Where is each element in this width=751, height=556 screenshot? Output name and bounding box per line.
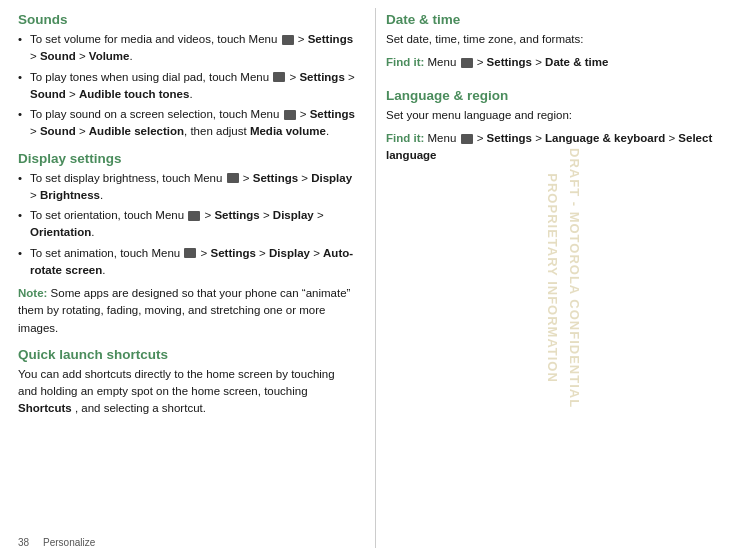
language-find-label: Find it: <box>386 132 424 144</box>
left-column: Sounds To set volume for media and video… <box>0 0 375 556</box>
footer-number: 38 <box>18 537 29 548</box>
date-body: Set date, time, time zone, and formats: <box>386 31 734 48</box>
quick-body: You can add shortcuts directly to the ho… <box>18 366 357 418</box>
sounds-heading: Sounds <box>18 12 357 27</box>
note-label: Note: <box>18 287 47 299</box>
sounds-list: To set volume for media and videos, touc… <box>18 31 357 141</box>
language-find-text: Menu > Settings > Language & keyboard > … <box>386 132 712 161</box>
date-find-label: Find it: <box>386 56 424 68</box>
sounds-item-1: To set volume for media and videos, touc… <box>18 31 357 66</box>
note-block: Note: Some apps are designed so that you… <box>18 285 357 337</box>
watermark: DRAFT - MOTOROLA CONFIDENTIAL PROPRIETAR… <box>375 0 751 556</box>
date-heading: Date & time <box>386 12 734 27</box>
right-column: Date & time Set date, time, time zone, a… <box>376 0 751 556</box>
display-item-3: To set animation, touch Menu > Settings … <box>18 245 357 280</box>
language-find-it: Find it: Menu > Settings > Language & ke… <box>386 130 734 165</box>
footer-label: Personalize <box>43 537 95 548</box>
display-item-2: To set orientation, touch Menu > Setting… <box>18 207 357 242</box>
sounds-item-2: To play tones when using dial pad, touch… <box>18 69 357 104</box>
quick-heading: Quick launch shortcuts <box>18 347 357 362</box>
display-list: To set display brightness, touch Menu > … <box>18 170 357 280</box>
watermark-text: DRAFT - MOTOROLA CONFIDENTIAL PROPRIETAR… <box>541 148 585 408</box>
quick-text-2: , and selecting a shortcut. <box>75 402 206 414</box>
page-footer: 38 Personalize <box>18 537 95 548</box>
language-heading: Language & region <box>386 88 734 103</box>
watermark-line2: PROPRIETARY INFORMATION <box>541 148 563 408</box>
date-find-text: Menu > Settings > Date & time <box>428 56 609 68</box>
note-body: Some apps are designed so that your phon… <box>18 287 350 334</box>
display-heading: Display settings <box>18 151 357 166</box>
sounds-item-3: To play sound on a screen selection, tou… <box>18 106 357 141</box>
language-text: Set your menu language and region: <box>386 109 572 121</box>
quick-bold: Shortcuts <box>18 402 72 414</box>
watermark-line1: DRAFT - MOTOROLA CONFIDENTIAL <box>563 148 585 408</box>
quick-text-1: You can add shortcuts directly to the ho… <box>18 368 335 397</box>
language-body: Set your menu language and region: <box>386 107 734 124</box>
display-item-1: To set display brightness, touch Menu > … <box>18 170 357 205</box>
page-container: Sounds To set volume for media and video… <box>0 0 751 556</box>
date-find-it: Find it: Menu > Settings > Date & time <box>386 54 734 71</box>
date-text: Set date, time, time zone, and formats: <box>386 33 584 45</box>
